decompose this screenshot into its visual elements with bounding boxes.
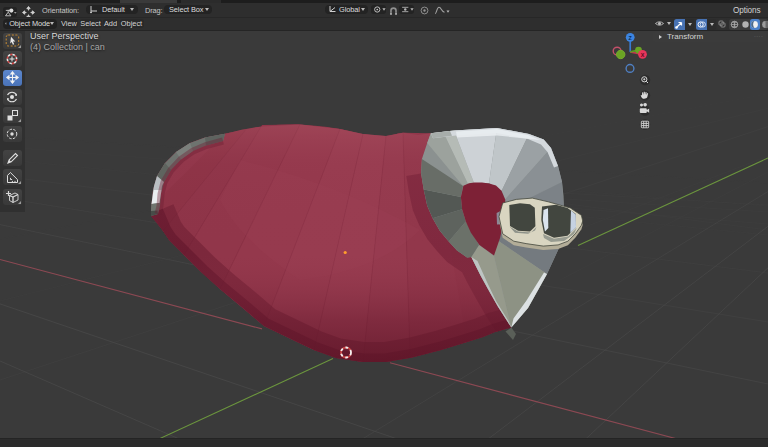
svg-text:X: X — [641, 52, 645, 58]
